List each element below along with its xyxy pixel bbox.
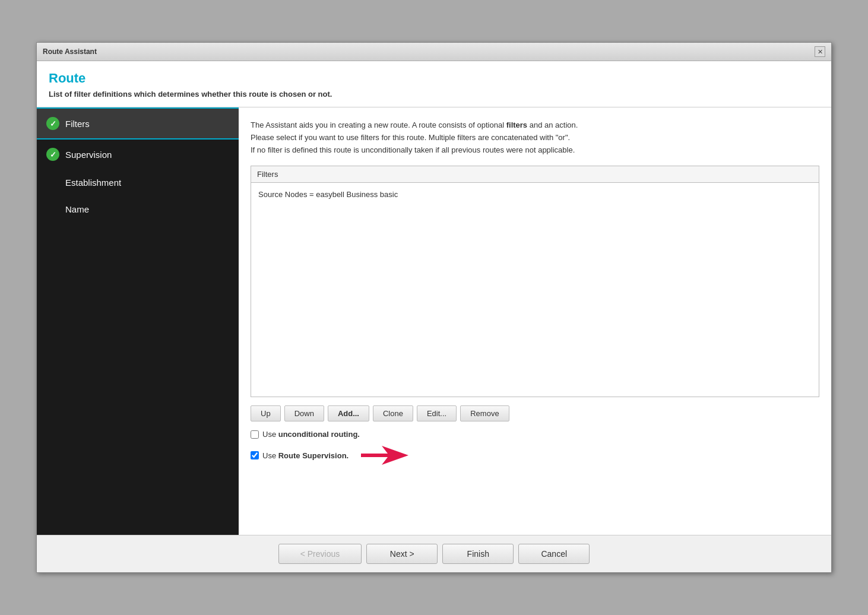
filter-buttons-row: Up Down Add... Clone Edit... Remove [251,405,819,421]
filter-entry[interactable]: Source Nodes = easybell Business basic [257,188,813,201]
supervision-label[interactable]: Use Route Supervision. [262,451,349,460]
window-title: Route Assistant [43,47,97,56]
route-supervision-row: Use Route Supervision. [251,445,819,466]
filters-box: Filters Source Nodes = easybell Business… [251,166,819,397]
close-button[interactable]: ✕ [815,46,825,57]
page-title: Route [49,71,819,86]
sidebar-item-filters[interactable]: Filters [37,107,239,140]
main-window: Route Assistant ✕ Route List of filter d… [36,42,832,573]
supervision-check-icon [46,148,59,161]
unconditional-label[interactable]: Use unconditional routing. [262,430,360,439]
filters-box-content: Source Nodes = easybell Business basic [251,183,819,397]
sidebar-item-establishment[interactable]: Establishment [37,169,239,196]
remove-button[interactable]: Remove [460,405,509,421]
titlebar: Route Assistant ✕ [37,43,831,61]
svg-marker-0 [361,446,408,465]
filters-check-icon [46,117,59,130]
finish-button[interactable]: Finish [442,544,514,564]
sidebar: Filters Supervision Establishment Name [37,107,239,535]
supervision-checkbox[interactable] [251,451,259,459]
arrow-indicator [358,445,411,466]
unconditional-routing-row: Use unconditional routing. [251,430,819,439]
content-area: Filters Supervision Establishment Name T… [37,107,831,535]
filters-box-header: Filters [251,166,819,183]
add-button[interactable]: Add... [328,405,369,421]
previous-button[interactable]: < Previous [278,544,362,564]
desc-line3: If no filter is defined this route is un… [251,145,575,154]
desc-line2: Please select if you want to use filters… [251,133,570,142]
down-button[interactable]: Down [284,405,324,421]
cancel-button[interactable]: Cancel [518,544,590,564]
sidebar-item-supervision[interactable]: Supervision [37,140,239,169]
page-subtitle: List of filter definitions which determi… [49,90,819,99]
sidebar-item-filters-label: Filters [65,119,90,129]
header-area: Route List of filter definitions which d… [37,61,831,107]
footer-area: < Previous Next > Finish Cancel [37,535,831,572]
up-button[interactable]: Up [251,405,281,421]
desc-line1: The Assistant aids you in creating a new… [251,121,578,129]
clone-button[interactable]: Clone [373,405,413,421]
sidebar-item-establishment-label: Establishment [65,177,121,188]
next-button[interactable]: Next > [366,544,438,564]
unconditional-checkbox[interactable] [251,430,259,439]
sidebar-item-supervision-label: Supervision [65,150,112,160]
main-panel: The Assistant aids you in creating a new… [239,107,831,535]
sidebar-item-name[interactable]: Name [37,196,239,223]
description-text: The Assistant aids you in creating a new… [251,119,819,156]
edit-button[interactable]: Edit... [417,405,457,421]
sidebar-item-name-label: Name [65,204,89,214]
